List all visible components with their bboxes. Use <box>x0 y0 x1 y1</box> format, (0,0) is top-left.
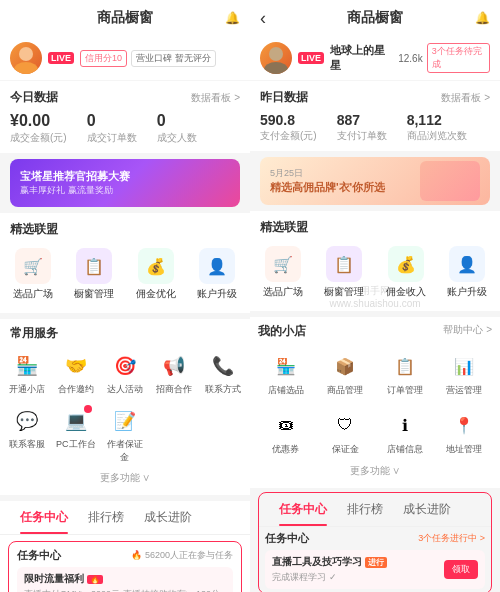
left-banner[interactable]: 宝塔星推荐官招募大赛 赢丰厚好礼 赢流量奖励 <box>10 159 240 207</box>
right-header: ‹ 商品橱窗 🔔 <box>250 0 500 36</box>
myshop-coupon[interactable]: 🎟 优惠券 <box>258 405 314 460</box>
invite-label: 合作邀约 <box>58 383 94 396</box>
right-stats-row: 590.8 支付金额(元) 887 支付订单数 8,112 商品浏览次数 <box>260 112 490 143</box>
cs-icon: 💬 <box>12 406 42 436</box>
myshop-info[interactable]: ℹ 店铺信息 <box>377 405 433 460</box>
menu-item-window[interactable]: 📋 橱窗管理 <box>66 244 124 305</box>
services-grid: 🏪 开通小店 🤝 合作邀约 🎯 达人活动 📢 招商合作 📞 联系方式 💬 <box>4 348 246 467</box>
service-pc[interactable]: 💻 PC工作台 <box>53 403 98 467</box>
service-invite[interactable]: 🤝 合作邀约 <box>53 348 98 399</box>
service-guarantee[interactable]: 📝 作者保证金 <box>102 403 147 467</box>
right-banner[interactable]: 5月25日 精选高佣品牌'衣'你所选 <box>260 157 490 205</box>
service-shop[interactable]: 🏪 开通小店 <box>4 348 49 399</box>
left-panel: 商品橱窗 🔔 LIVE 信用分10 营业口碑 暂无评分 今日数据 数据看板 > … <box>0 0 250 592</box>
right-data-link[interactable]: 数据看板 > <box>441 91 490 105</box>
stat-users: 0 成交人数 <box>157 112 197 145</box>
right-stat-views: 8,112 商品浏览次数 <box>407 112 467 143</box>
today-title: 今日数据 <box>10 89 58 106</box>
banner-content: 宝塔星推荐官招募大赛 赢丰厚好礼 赢流量奖励 <box>20 169 130 196</box>
users-label: 成交人数 <box>157 131 197 145</box>
orders-value: 0 <box>87 112 137 130</box>
task-tab-bar: 任务中心 排行榜 成长进阶 <box>0 501 250 535</box>
service-activity[interactable]: 🎯 达人活动 <box>102 348 147 399</box>
right-menu-account[interactable]: 👤 账户升级 <box>439 242 497 303</box>
task-pending-tag[interactable]: 3个任务待完成 <box>427 43 490 73</box>
service-merchant[interactable]: 📢 招商合作 <box>152 348 197 399</box>
guarantee-label: 作者保证金 <box>104 438 145 464</box>
right-commission-icon: 💰 <box>388 246 424 282</box>
right-bell-icon[interactable]: 🔔 <box>475 11 490 25</box>
right-account-icon: 👤 <box>449 246 485 282</box>
product-label: 选品广场 <box>13 287 53 301</box>
right-product-icon: 🛒 <box>265 246 301 282</box>
right-jingxuan-section: 精选联盟 🛒 选品广场 📋 橱窗管理 💰 佣金收入 👤 账户升级 <box>250 211 500 311</box>
tab-ranking[interactable]: 排行榜 <box>78 501 134 534</box>
right-orders-value: 887 <box>337 112 387 128</box>
right-task-item[interactable]: 直播工具及技巧学习 进行 完成课程学习 ✓ 领取 <box>265 550 485 589</box>
myshop-deposit[interactable]: 🛡 保证金 <box>318 405 374 460</box>
right-task-tab-bar: 任务中心 排行榜 成长进阶 <box>259 493 491 527</box>
myshop-grid: 🏪 店铺选品 📦 商品管理 📋 订单管理 📊 营运管理 🎟 优惠券 🛡 <box>258 346 492 460</box>
svg-point-3 <box>264 62 288 74</box>
menu-item-account[interactable]: 👤 账户升级 <box>189 244 247 305</box>
myshop-coupon-icon: 🎟 <box>270 409 302 441</box>
right-stat-gmv: 590.8 支付金额(元) <box>260 112 317 143</box>
right-window-icon: 📋 <box>326 246 362 282</box>
right-task-item-desc: 完成课程学习 ✓ <box>272 571 387 584</box>
claim-button[interactable]: 领取 <box>444 560 478 579</box>
follower-count: 12.6k <box>398 53 422 64</box>
task-flow-title: 限时流量福利 🔥 <box>24 572 226 586</box>
left-profile-bar: LIVE 信用分10 营业口碑 暂无评分 <box>0 36 250 80</box>
right-banner-date: 5月25日 <box>270 167 385 180</box>
credit-tag: 信用分10 <box>80 50 127 67</box>
commission-label: 佣金优化 <box>136 287 176 301</box>
task-flow-badge: 🔥 <box>87 575 103 584</box>
menu-item-commission[interactable]: 💰 佣金优化 <box>127 244 185 305</box>
operation-tag: 营业口碑 暂无评分 <box>131 50 216 67</box>
myshop-title: 我的小店 <box>258 323 306 340</box>
myshop-operation[interactable]: 📊 营运管理 <box>437 346 493 401</box>
myshop-help[interactable]: 帮助中心 > <box>443 323 492 340</box>
right-task-progress[interactable]: 3个任务进行中 > <box>418 532 485 545</box>
right-task-item-left: 直播工具及技巧学习 进行 完成课程学习 ✓ <box>272 555 387 584</box>
right-tab-growth[interactable]: 成长进阶 <box>393 493 461 526</box>
back-icon[interactable]: ‹ <box>260 8 266 29</box>
bell-icon[interactable]: 🔔 <box>225 11 240 25</box>
services-more[interactable]: 更多功能 ∨ <box>4 467 246 489</box>
myshop-address[interactable]: 📍 地址管理 <box>437 405 493 460</box>
myshop-address-label: 地址管理 <box>446 443 482 456</box>
right-task-item-title: 直播工具及技巧学习 进行 <box>272 555 387 569</box>
left-title: 商品橱窗 <box>97 9 153 27</box>
right-banner-line1: 精选高佣品牌'衣'你所选 <box>270 180 385 195</box>
right-menu-window[interactable]: 📋 橱窗管理 <box>316 242 374 303</box>
tab-task-center[interactable]: 任务中心 <box>10 501 78 534</box>
account-icon: 👤 <box>199 248 235 284</box>
stat-orders: 0 成交订单数 <box>87 112 137 145</box>
task-flow[interactable]: 限时流量福利 🔥 直播支付GMV>=2000元 直播挂接购物车>=120分钟 <box>17 567 233 592</box>
data-link[interactable]: 数据看板 > <box>191 91 240 105</box>
svg-point-0 <box>19 47 33 61</box>
svg-point-1 <box>14 62 38 74</box>
window-icon: 📋 <box>76 248 112 284</box>
left-task-section: 任务中心 排行榜 成长进阶 任务中心 🔥 56200人正在参与任务 限时流量福利… <box>0 501 250 592</box>
myshop-more[interactable]: 更多功能 ∨ <box>258 460 492 482</box>
right-menu-commission[interactable]: 💰 佣金收入 <box>377 242 435 303</box>
myshop-goods[interactable]: 📦 商品管理 <box>318 346 374 401</box>
pc-icon: 💻 <box>61 406 91 436</box>
right-tab-ranking[interactable]: 排行榜 <box>337 493 393 526</box>
myshop-orders[interactable]: 📋 订单管理 <box>377 346 433 401</box>
tab-growth[interactable]: 成长进阶 <box>134 501 202 534</box>
service-contact[interactable]: 📞 联系方式 <box>201 348 246 399</box>
myshop-product[interactable]: 🏪 店铺选品 <box>258 346 314 401</box>
task-card: 任务中心 🔥 56200人正在参与任务 限时流量福利 🔥 直播支付GMV>=20… <box>8 541 242 592</box>
menu-item-product[interactable]: 🛒 选品广场 <box>4 244 62 305</box>
right-menu-product[interactable]: 🛒 选品广场 <box>254 242 312 303</box>
myshop-section: 我的小店 帮助中心 > 🏪 店铺选品 📦 商品管理 📋 订单管理 📊 营运管理 … <box>250 317 500 488</box>
shop-label: 开通小店 <box>9 383 45 396</box>
service-cs[interactable]: 💬 联系客服 <box>4 403 49 467</box>
task-flow-desc: 直播支付GMV>=2000元 直播挂接购物车>=120分钟 <box>24 588 226 592</box>
right-tab-task[interactable]: 任务中心 <box>269 493 337 526</box>
jingxuan-section: 精选联盟 🛒 选品广场 📋 橱窗管理 💰 佣金优化 👤 账户升级 <box>0 213 250 313</box>
users-value: 0 <box>157 112 197 130</box>
jingxuan-title: 精选联盟 <box>4 221 246 244</box>
